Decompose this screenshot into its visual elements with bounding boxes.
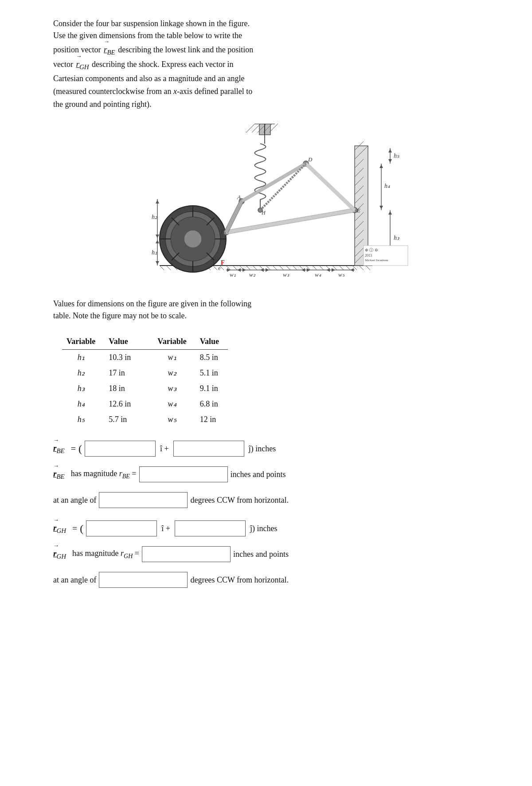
rBE-y-input[interactable] xyxy=(173,441,244,457)
svg-line-32 xyxy=(366,266,370,270)
rGH-x-input[interactable] xyxy=(86,520,157,536)
intro-p1: Consider the four bar suspension linkage… xyxy=(53,18,479,42)
var2-cell: w₂ xyxy=(140,365,195,381)
svg-text:w₄: w₄ xyxy=(315,271,321,278)
svg-text:⊕ ⓘ ⊖: ⊕ ⓘ ⊖ xyxy=(365,248,378,252)
svg-text:h₅: h₅ xyxy=(394,153,399,159)
svg-line-9 xyxy=(213,266,217,270)
svg-marker-63 xyxy=(156,235,159,238)
svg-text:w₅: w₅ xyxy=(338,271,345,278)
val2-cell: 9.1 in xyxy=(196,381,228,396)
rGH-vector-row: → rGH = ( î + ĵ) inches xyxy=(53,520,479,536)
var1-cell: h₂ xyxy=(62,365,104,381)
svg-text:h₃: h₃ xyxy=(394,235,400,241)
val2-cell: 5.1 in xyxy=(196,365,228,381)
svg-line-31 xyxy=(359,266,364,270)
rGH-magnitude-row: → rGH has magnitude rGH = inches and poi… xyxy=(53,546,479,562)
val2-cell: 12 in xyxy=(196,412,228,427)
rBE-angle-units: degrees CCW from horizontal. xyxy=(190,494,289,506)
rBE-angle-row: at an angle of degrees CCW from horizont… xyxy=(53,492,479,508)
rGH-equals: = xyxy=(72,522,77,535)
svg-line-1 xyxy=(160,266,164,270)
rBE-magnitude-input[interactable] xyxy=(139,466,228,482)
val1-cell: 5.7 in xyxy=(104,412,140,427)
svg-line-20 xyxy=(286,266,290,270)
svg-line-71 xyxy=(246,124,255,133)
var2-cell: w₄ xyxy=(140,396,195,412)
rBE-j-hat: ĵ) inches xyxy=(249,443,276,455)
val2-cell: 8.5 in xyxy=(196,350,228,366)
rGH-angle-units: degrees CCW from horizontal. xyxy=(190,574,289,586)
rGH-i-hat: î + xyxy=(161,523,170,535)
rBE-section: → rBE = ( î + ĵ) inches → rBE has magnit… xyxy=(53,441,479,508)
svg-text:w₃: w₃ xyxy=(283,271,289,278)
svg-marker-117 xyxy=(332,268,335,272)
svg-text:H: H xyxy=(261,210,266,216)
table-row: h₂ 17 in w₂ 5.1 in xyxy=(62,365,228,381)
svg-marker-130 xyxy=(388,159,392,163)
svg-line-18 xyxy=(273,266,277,270)
rGH-mag-vec-label: → rGH xyxy=(53,547,66,561)
val1-cell: 18 in xyxy=(104,381,140,396)
rGH-section: → rGH = ( î + ĵ) inches → rGH has magnit… xyxy=(53,520,479,588)
dimensions-table: Variable Value Variable Value h₁ 10.3 in… xyxy=(62,334,228,427)
svg-line-12 xyxy=(233,266,237,270)
rBE-vector-label: → rBE xyxy=(53,442,65,456)
intro-p2: position vector → rBE describing the low… xyxy=(53,43,479,57)
table-note-1: Values for dimensions on the figure are … xyxy=(53,298,479,310)
svg-marker-125 xyxy=(379,164,383,168)
svg-line-2 xyxy=(166,266,171,270)
rBE-angle-input[interactable] xyxy=(99,492,188,508)
svg-marker-126 xyxy=(379,206,383,209)
svg-marker-62 xyxy=(156,200,159,203)
rBE-equals: = xyxy=(71,442,76,455)
val1-cell: 17 in xyxy=(104,365,140,381)
svg-marker-109 xyxy=(266,268,269,272)
rGH-y-input[interactable] xyxy=(175,520,246,536)
col2-header: Value xyxy=(104,334,140,350)
var1-cell: h₄ xyxy=(62,396,104,412)
svg-line-95 xyxy=(226,201,242,232)
suspension-figure: h₂ h₁ A D xyxy=(115,124,417,281)
rGH-vector-label: → rGH xyxy=(53,522,66,536)
var1-cell: h₅ xyxy=(62,412,104,427)
rGH-angle-pre: at an angle of xyxy=(53,574,96,586)
rGH-mag-units: inches and points xyxy=(233,548,289,560)
svg-text:w₁: w₁ xyxy=(230,271,236,278)
svg-text:D: D xyxy=(308,156,313,163)
val2-cell: 6.8 in xyxy=(196,396,228,412)
table-row: h₃ 18 in w₃ 9.1 in xyxy=(62,381,228,396)
svg-line-28 xyxy=(339,266,344,270)
rBE-x-input[interactable] xyxy=(85,441,156,457)
val1-cell: 12.6 in xyxy=(104,396,140,412)
svg-text:w₂: w₂ xyxy=(249,271,256,278)
svg-line-25 xyxy=(319,266,324,270)
svg-marker-110 xyxy=(301,268,305,272)
svg-text:E: E xyxy=(356,207,360,214)
rGH-magnitude-input[interactable] xyxy=(142,546,231,562)
svg-line-14 xyxy=(246,266,250,270)
rGH-angle-row: at an angle of degrees CCW from horizont… xyxy=(53,572,479,588)
problem-intro: Consider the four bar suspension linkage… xyxy=(53,18,479,110)
intro-p5: (measured counterclockwise from an x-axi… xyxy=(53,86,479,98)
svg-text:h₂: h₂ xyxy=(152,214,157,220)
intro-p4: Cartesian components and also as a magni… xyxy=(53,73,479,85)
rBE-i-hat: î + xyxy=(160,443,169,455)
svg-line-93 xyxy=(306,164,355,210)
val1-cell: 10.3 in xyxy=(104,350,140,366)
svg-text:h₁: h₁ xyxy=(152,249,157,256)
svg-marker-66 xyxy=(156,240,159,243)
rGH-angle-input[interactable] xyxy=(99,572,188,588)
rBE-mag-text: has magnitude rBE = xyxy=(71,468,137,481)
var2-cell: w₅ xyxy=(140,412,195,427)
figure-wrapper: h₂ h₁ A D xyxy=(115,124,417,285)
svg-text:A: A xyxy=(237,194,241,200)
col4-header: Value xyxy=(196,334,228,350)
svg-marker-121 xyxy=(388,211,392,215)
intro-p6: the ground and pointing right). xyxy=(53,98,479,110)
svg-text:h₄: h₄ xyxy=(384,183,390,189)
rBE-magnitude-row: → rBE has magnitude rBE = inches and poi… xyxy=(53,466,479,482)
table-note-2: table. Note the figure may not be to sca… xyxy=(53,310,479,322)
table-row: h₄ 12.6 in w₄ 6.8 in xyxy=(62,396,228,412)
svg-line-91 xyxy=(226,210,355,232)
